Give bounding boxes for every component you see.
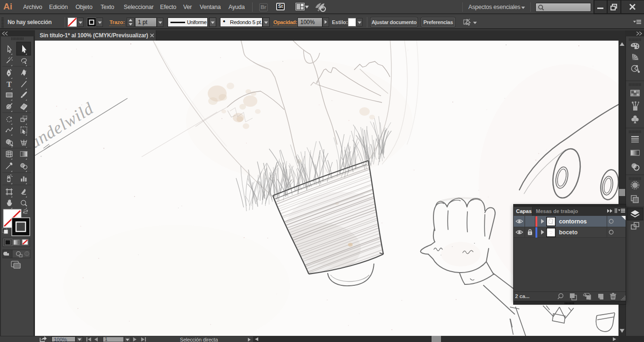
svg-text:1: 1 <box>105 337 108 342</box>
svg-text:T: T <box>7 80 12 89</box>
svg-text:andelwild: andelwild <box>35 99 97 152</box>
